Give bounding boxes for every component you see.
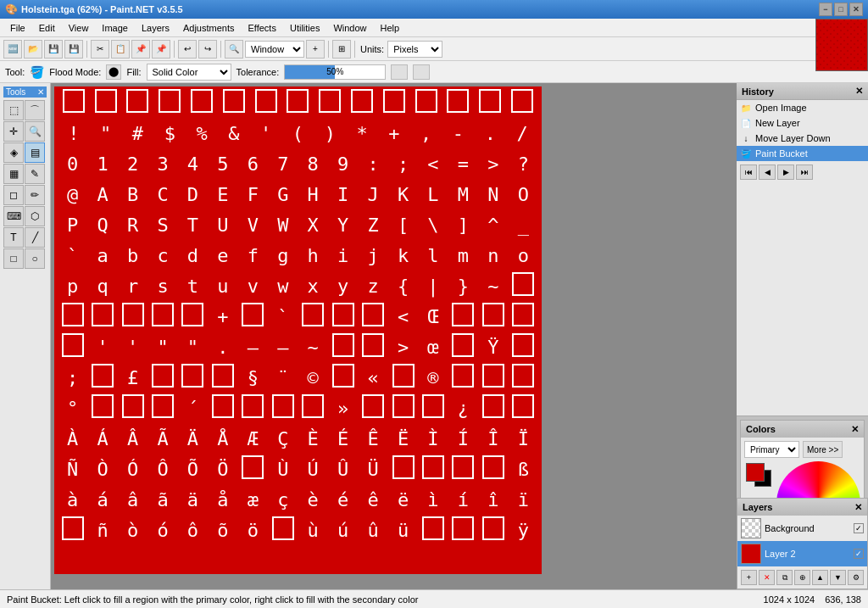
layer-background[interactable]: Background ✓	[737, 516, 867, 541]
fill-mode-dropdown[interactable]: Solid ColorLinear GradientReflected Grad…	[147, 64, 231, 81]
close-button[interactable]: ✕	[849, 3, 863, 16]
paste-button[interactable]: 📌	[131, 40, 150, 59]
canvas-char: j	[360, 246, 386, 266]
menu-layers[interactable]: Layers	[135, 21, 176, 35]
menu-view[interactable]: View	[62, 21, 96, 35]
units-dropdown[interactable]: PixelsInchesCentimeters	[387, 41, 442, 58]
layer-properties-button[interactable]: ⚙	[848, 570, 864, 585]
canvas-char: '	[90, 337, 115, 358]
menu-adjustments[interactable]: Adjustments	[176, 21, 242, 35]
magic-wand-tool[interactable]: ◈	[3, 142, 24, 163]
layers-title: Layers	[743, 502, 772, 512]
layers-panel: Layers ✕ Background ✓ Layer 2 ✓ + ✕ ⧉ ⊕ …	[737, 498, 868, 589]
redo-button[interactable]: ↪	[198, 40, 217, 59]
delete-layer-button[interactable]: ✕	[759, 570, 775, 585]
history-prev-button[interactable]: ◀	[759, 165, 776, 180]
zoom-out-button[interactable]: 🔍	[225, 40, 243, 59]
tools-close-icon[interactable]: ✕	[37, 87, 44, 97]
pencil-tool[interactable]: ✏	[25, 185, 45, 205]
tool-options-bar: Tool: 🪣 Flood Mode: ⬤ Fill: Solid ColorL…	[0, 61, 868, 83]
canvas-char: #	[125, 124, 150, 144]
eraser-tool[interactable]: ◻	[3, 185, 24, 205]
char-box	[332, 303, 354, 326]
move-layer-up-button[interactable]: ▲	[812, 570, 828, 585]
line-tool[interactable]: ╱	[25, 227, 45, 248]
menu-image[interactable]: Image	[95, 21, 135, 35]
canvas-container[interactable]: !"#$%&'()*+,-./0123456789:;<=>?@ABCDEFGH…	[51, 83, 737, 589]
canvas-char: ]	[450, 215, 476, 236]
canvas-char	[450, 455, 476, 483]
canvas-char: ü	[391, 521, 416, 541]
move-tool[interactable]: ✛	[3, 121, 24, 142]
layer-2[interactable]: Layer 2 ✓	[737, 541, 867, 566]
copy-button[interactable]: 📋	[111, 40, 130, 59]
background-layer-visibility[interactable]: ✓	[854, 523, 864, 533]
history-last-button[interactable]: ⏭	[796, 165, 813, 180]
save-all-button[interactable]: 💾	[64, 40, 83, 59]
menu-edit[interactable]: Edit	[32, 21, 62, 35]
history-item-open-image[interactable]: 📁 Open Image	[737, 100, 868, 115]
canvas-char: à	[60, 490, 86, 510]
paint-bucket-tool[interactable]: ▤	[25, 142, 45, 163]
canvas-char: ?	[510, 154, 536, 175]
undo-button[interactable]: ↩	[178, 40, 197, 59]
history-next-button[interactable]: ▶	[777, 165, 794, 180]
menu-effects[interactable]: Effects	[242, 21, 283, 35]
tolerance-label: Tolerance:	[236, 67, 280, 77]
paintbrush-tool[interactable]: ✎	[25, 164, 45, 184]
gradient-tool[interactable]: ▦	[3, 164, 24, 184]
history-first-button[interactable]: ⏮	[740, 165, 757, 180]
canvas[interactable]: !"#$%&'()*+,-./0123456789:;<=>?@ABCDEFGH…	[54, 86, 542, 574]
rectangle-select-tool[interactable]: ⬚	[3, 100, 24, 120]
duplicate-layer-button[interactable]: ⧉	[776, 570, 793, 585]
save-button[interactable]: 💾	[44, 40, 63, 59]
zoom-in-button[interactable]: +	[306, 40, 325, 59]
move-layer-down-button[interactable]: ▼	[830, 570, 846, 585]
canvas-char	[270, 394, 296, 422]
layer2-visibility[interactable]: ✓	[854, 549, 864, 559]
paste2-button[interactable]: 📌	[152, 40, 170, 59]
lasso-select-tool[interactable]: ⌒	[25, 100, 45, 120]
history-close-icon[interactable]: ✕	[855, 86, 863, 97]
tolerance-extra-2[interactable]	[413, 64, 430, 80]
minimize-button[interactable]: −	[819, 3, 832, 16]
merge-layer-button[interactable]: ⊕	[794, 570, 810, 585]
canvas-char	[381, 89, 407, 117]
toolbar: 🆕 📂 💾 💾 ✂ 📋 📌 📌 ↩ ↪ 🔍 WindowFit25%50%75%…	[0, 37, 868, 61]
maximize-button[interactable]: □	[834, 3, 848, 16]
history-item-move-layer-down[interactable]: ↓ Move Layer Down	[737, 131, 868, 146]
canvas-char: @	[60, 185, 86, 205]
new-layer-icon: 📄	[740, 117, 752, 129]
more-colors-button[interactable]: More >>	[803, 441, 843, 458]
menu-help[interactable]: Help	[374, 21, 407, 35]
layers-close-icon[interactable]: ✕	[854, 502, 862, 513]
open-button[interactable]: 📂	[24, 40, 42, 59]
clone-stamp-tool[interactable]: ⌨	[3, 206, 24, 226]
ellipse-tool[interactable]: ○	[25, 248, 45, 269]
history-item-new-layer[interactable]: 📄 New Layer	[737, 115, 868, 131]
canvas-char: -	[445, 124, 470, 144]
grid-button[interactable]: ⊞	[332, 40, 351, 59]
canvas-char	[510, 333, 536, 361]
tolerance-slider[interactable]: 50%	[284, 64, 386, 80]
menu-file[interactable]: File	[3, 21, 32, 35]
recolor-tool[interactable]: ⬡	[25, 206, 45, 226]
canvas-char: x	[300, 276, 326, 297]
new-button[interactable]: 🆕	[3, 40, 22, 59]
menu-utilities[interactable]: Utilities	[283, 21, 326, 35]
zoom-tool[interactable]: 🔍	[25, 121, 45, 142]
rectangle-tool[interactable]: □	[3, 248, 24, 269]
text-tool[interactable]: T	[3, 227, 24, 248]
char-box	[159, 89, 181, 113]
history-item-paint-bucket[interactable]: 🪣 Paint Bucket	[737, 146, 868, 161]
menu-window[interactable]: Window	[326, 21, 373, 35]
primary-color-swatch[interactable]	[746, 463, 765, 482]
colors-close-icon[interactable]: ✕	[851, 424, 859, 435]
zoom-dropdown[interactable]: WindowFit25%50%75%100%150%200%	[245, 41, 304, 58]
add-layer-button[interactable]: +	[741, 570, 757, 585]
canvas-char: 3	[150, 154, 175, 175]
cut-button[interactable]: ✂	[91, 40, 109, 59]
tolerance-extra-1[interactable]	[391, 64, 408, 80]
tools-panel: Tools ✕ ⬚ ⌒ ✛ 🔍 ◈ ▤ ▦ ✎ ◻ ✏ ⌨ ⬡ T ╱	[0, 83, 51, 589]
color-mode-dropdown[interactable]: PrimarySecondary	[744, 441, 799, 458]
